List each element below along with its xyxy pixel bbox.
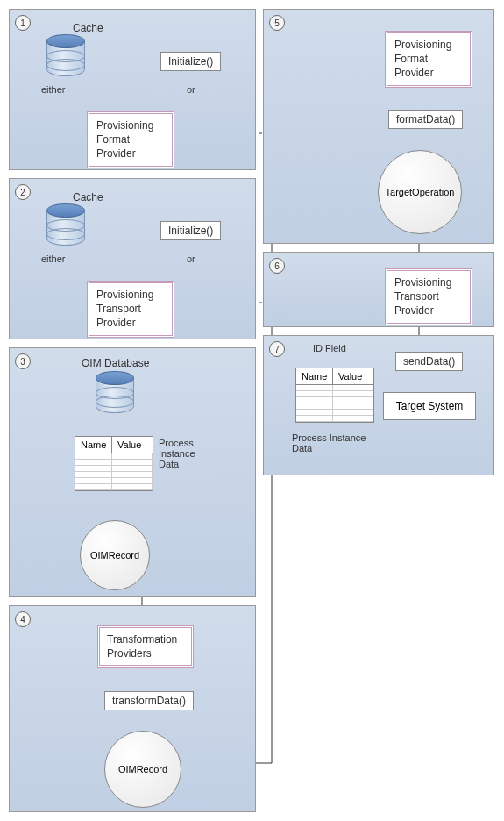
process-instance-data-label: Process Instance Data	[292, 432, 366, 453]
step-number-4: 4	[15, 611, 31, 627]
either-label: either	[41, 253, 66, 264]
col-name: Name	[296, 368, 333, 384]
initialize-method: Initialize()	[160, 52, 221, 71]
provisioning-transport-provider: Provisioning Transport Provider	[385, 268, 472, 325]
step-number-6: 6	[269, 258, 285, 274]
step-number-3: 3	[15, 353, 31, 369]
provisioning-format-provider: Provisioning Format Provider	[385, 31, 472, 88]
target-system-box: Target System	[383, 392, 476, 420]
panel-6: 6 Provisioning Transport Provider	[263, 252, 494, 327]
oim-db-icon	[96, 371, 134, 418]
col-value: Value	[112, 437, 153, 453]
provisioning-format-provider: Provisioning Format Provider	[87, 111, 174, 168]
col-value: Value	[333, 368, 373, 384]
formatdata-method: formatData()	[388, 110, 463, 129]
panel-4: 4 Transformation Providers transformData…	[9, 605, 256, 812]
provisioning-transport-provider: Provisioning Transport Provider	[87, 281, 174, 338]
cache-db-icon	[46, 34, 85, 82]
col-name: Name	[75, 437, 112, 453]
cache-db-icon	[46, 203, 85, 251]
transformation-providers: Transformation Providers	[97, 625, 194, 668]
initialize-method: Initialize()	[160, 221, 221, 240]
cache-label: Cache	[73, 22, 103, 34]
oim-database-label: OIM Database	[82, 357, 149, 369]
or-label: or	[187, 253, 195, 264]
step-number-5: 5	[269, 15, 285, 31]
senddata-method: sendData()	[395, 352, 463, 371]
transformdata-method: transformData()	[104, 691, 194, 710]
id-field-label: ID Field	[313, 343, 346, 353]
process-instance-table: Name Value	[295, 368, 374, 423]
process-instance-data-label: Process Instance Data	[159, 438, 195, 469]
step-number-1: 1	[15, 15, 31, 31]
target-operation-circle: TargetOperation	[378, 150, 462, 234]
oim-record-circle: OIMRecord	[80, 520, 150, 590]
cache-label: Cache	[73, 191, 103, 203]
panel-1: 1 Cache Initialize() either or Provision…	[9, 9, 256, 170]
or-label: or	[187, 84, 195, 95]
panel-7: 7 ID Field sendData() Name Value Process…	[263, 335, 494, 475]
process-instance-table: Name Value	[75, 436, 153, 491]
step-number-2: 2	[15, 184, 31, 200]
either-label: either	[41, 84, 66, 95]
panel-2: 2 Cache Initialize() either or Provision…	[9, 178, 256, 339]
panel-3: 3 OIM Database Name Value Process Instan…	[9, 347, 256, 597]
oim-record-circle: OIMRecord	[104, 731, 181, 808]
panel-5: 5 Provisioning Format Provider formatDat…	[263, 9, 494, 244]
step-number-7: 7	[269, 341, 285, 357]
